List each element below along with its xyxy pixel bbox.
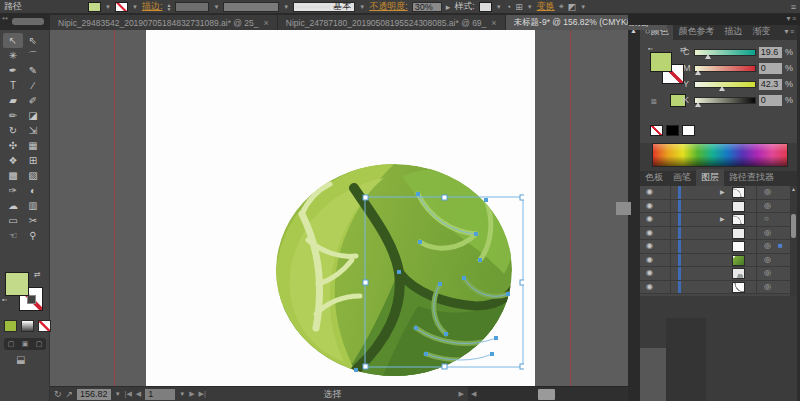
white-swatch[interactable] bbox=[682, 125, 695, 136]
swap-fill-stroke-icon[interactable]: ⇄ bbox=[34, 270, 41, 279]
zoom-tool[interactable]: ⚲ bbox=[23, 228, 43, 243]
style-dropdown-icon[interactable]: ▼ bbox=[496, 4, 502, 10]
target-circle-icon[interactable]: ◎ bbox=[764, 268, 771, 277]
perspective-grid-tool[interactable]: ⊞ bbox=[23, 153, 43, 168]
layer-thumbnail[interactable] bbox=[732, 228, 745, 239]
target-circle-icon[interactable]: ◎ bbox=[764, 282, 771, 291]
fill-proxy-swatch[interactable] bbox=[5, 272, 29, 296]
layer-row[interactable]: ◉ ◎ bbox=[640, 267, 797, 281]
shape-mode-icon[interactable]: ◔ bbox=[506, 2, 511, 12]
rotate-tool[interactable]: ↻ bbox=[3, 123, 23, 138]
black-slider-thumb[interactable] bbox=[695, 102, 701, 107]
target-circle-icon[interactable]: ○ bbox=[764, 214, 769, 223]
cyan-value-field[interactable]: 19.6 bbox=[759, 47, 782, 58]
close-icon[interactable]: × bbox=[491, 18, 496, 28]
pencil-tool[interactable]: ✏ bbox=[3, 108, 23, 123]
visibility-eye-icon[interactable]: ◉ bbox=[646, 255, 664, 264]
cyan-slider[interactable] bbox=[694, 49, 756, 56]
graph-tool[interactable]: ▥ bbox=[23, 198, 43, 213]
select-similar-icon[interactable]: ◩ bbox=[568, 2, 577, 12]
width-tool[interactable]: ✣ bbox=[3, 138, 23, 153]
scale-tool[interactable]: ⇲ bbox=[23, 123, 43, 138]
layer-thumbnail[interactable] bbox=[732, 241, 745, 252]
transform-link[interactable]: 变换 bbox=[537, 0, 555, 13]
draw-behind-icon[interactable]: ▣ bbox=[22, 340, 29, 348]
gradient-tool[interactable]: ▧ bbox=[23, 168, 43, 183]
layer-thumbnail[interactable] bbox=[732, 282, 745, 293]
scroll-up-icon[interactable]: ▲ bbox=[791, 186, 796, 192]
stroke-weight-stepper[interactable]: ▲▼ bbox=[166, 3, 171, 11]
stroke-link[interactable]: 描边: bbox=[142, 0, 163, 13]
slice-tool[interactable]: ✂ bbox=[23, 213, 43, 228]
target-circle-icon[interactable]: ◎ bbox=[764, 241, 771, 250]
layer-row[interactable]: ◉ ▶ ◎ bbox=[640, 186, 797, 200]
dock-drag-handle[interactable] bbox=[616, 202, 631, 215]
artboard-tool[interactable]: ▭ bbox=[3, 213, 23, 228]
layer-thumbnail[interactable] bbox=[732, 268, 745, 279]
artboard-dropdown-icon[interactable]: ▼ bbox=[179, 391, 185, 397]
bridge-icon[interactable]: ↗ bbox=[66, 389, 74, 399]
align-grid-icon[interactable]: ⊞ bbox=[515, 2, 523, 12]
draw-normal-icon[interactable]: ▢ bbox=[8, 340, 15, 348]
zoom-dropdown-icon[interactable]: ▼ bbox=[115, 391, 121, 397]
out-of-gamut-cube-icon[interactable]: ⧈ bbox=[651, 96, 657, 107]
target-circle-icon[interactable]: ◎ bbox=[764, 187, 771, 196]
visibility-eye-icon[interactable]: ◉ bbox=[646, 187, 664, 196]
prev-artboard-button[interactable]: ◀ bbox=[136, 390, 141, 398]
shape-builder-tool[interactable]: ❖ bbox=[3, 153, 23, 168]
target-circle-icon[interactable]: ◎ bbox=[764, 228, 771, 237]
isolate-icon[interactable]: ⌖ bbox=[559, 1, 564, 12]
layer-row[interactable]: ◉ ◎ bbox=[640, 281, 797, 295]
horizontal-scroll-thumb[interactable] bbox=[538, 389, 555, 400]
brush-dropdown-icon[interactable]: ▼ bbox=[359, 4, 365, 10]
black-swatch[interactable] bbox=[666, 125, 679, 136]
tab-swatches[interactable]: 色板 bbox=[640, 169, 668, 186]
paintbrush-tool[interactable]: ✐ bbox=[23, 93, 43, 108]
tab-stroke[interactable]: 描边 bbox=[719, 23, 747, 40]
layer-row[interactable]: ◉ ◎ bbox=[640, 254, 797, 268]
color-spectrum[interactable] bbox=[652, 143, 788, 167]
fill-dropdown-icon[interactable]: ▼ bbox=[105, 4, 111, 10]
symbol-sprayer-tool[interactable]: ☁ bbox=[3, 198, 23, 213]
last-artboard-button[interactable]: ▶| bbox=[199, 390, 206, 398]
eyedropper-tool[interactable]: ✑ bbox=[3, 183, 23, 198]
canvas-area[interactable]: ↻ ↗ 156.82 ▼ |◀ ◀ 1 ▼ ▶ ▶| 选择 ▶ ◀ bbox=[50, 30, 628, 401]
lasso-tool[interactable]: ⌒ bbox=[23, 48, 43, 63]
none-swatch[interactable] bbox=[650, 125, 663, 136]
opacity-field[interactable]: 30% bbox=[412, 2, 442, 12]
black-value-field[interactable]: 0 bbox=[759, 95, 782, 106]
cabbage-artwork[interactable] bbox=[268, 156, 524, 380]
drawing-modes-group[interactable]: ▢ ▣ ▢ bbox=[4, 338, 46, 350]
none-mode-button[interactable] bbox=[38, 320, 51, 332]
layer-row-selected[interactable]: ◉ ◎ ■ bbox=[640, 240, 797, 254]
blend-tool[interactable]: ◐ bbox=[23, 183, 43, 198]
layer-thumbnail[interactable] bbox=[732, 214, 745, 225]
yellow-value-field[interactable]: 42.3 bbox=[759, 79, 782, 90]
layer-row[interactable]: ◉ ◎ bbox=[640, 200, 797, 214]
magenta-slider[interactable] bbox=[694, 65, 756, 72]
visibility-eye-icon[interactable]: ◉ bbox=[646, 282, 664, 291]
eraser-tool[interactable]: ◪ bbox=[23, 108, 43, 123]
hand-tool[interactable]: ☜ bbox=[3, 228, 23, 243]
expand-arrow-icon[interactable]: ▶ bbox=[720, 188, 725, 195]
artboard-number-field[interactable]: 1 bbox=[145, 389, 175, 400]
tab-pathfinder[interactable]: 路径查找器 bbox=[724, 169, 779, 186]
pen-tool[interactable]: ✒ bbox=[3, 63, 23, 78]
target-circle-icon[interactable]: ◎ bbox=[764, 201, 771, 210]
yellow-slider[interactable] bbox=[694, 81, 756, 88]
tab-brushes[interactable]: 画笔 bbox=[668, 169, 696, 186]
tab-color-guide[interactable]: 颜色参考 bbox=[673, 23, 719, 40]
sync-icon[interactable]: ↻ bbox=[54, 389, 62, 399]
select-similar-dropdown-icon[interactable]: ▼ bbox=[580, 4, 586, 10]
brush-definition-field[interactable]: 基本 bbox=[293, 2, 355, 12]
default-fill-stroke-icon[interactable]: ▪▫ bbox=[2, 296, 7, 303]
mesh-tool[interactable]: ▩ bbox=[3, 168, 23, 183]
visibility-eye-icon[interactable]: ◉ bbox=[646, 214, 664, 223]
style-swatch[interactable] bbox=[479, 2, 492, 12]
cyan-slider-thumb[interactable] bbox=[705, 54, 711, 59]
expand-arrow-icon[interactable]: ▶ bbox=[720, 215, 725, 222]
next-artboard-button[interactable]: ▶ bbox=[189, 390, 194, 398]
stroke-color-swatch[interactable] bbox=[115, 2, 128, 12]
dock-pill[interactable] bbox=[12, 18, 44, 25]
layers-scrollbar[interactable]: ▲ bbox=[790, 186, 797, 296]
